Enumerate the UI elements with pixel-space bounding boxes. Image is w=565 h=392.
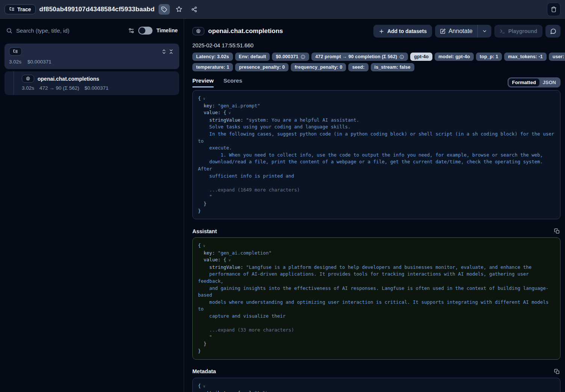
trace-duration: 3.02s	[9, 59, 21, 65]
temperature-badge: temperature: 1	[192, 63, 233, 71]
page-title: openai.chat.completions	[208, 27, 283, 35]
top-bar: Trace df850ab499107d4348584cf5933baabd	[0, 0, 565, 19]
comment-bubble-icon	[550, 28, 556, 35]
add-to-datasets-button[interactable]: Add to datasets	[373, 25, 432, 38]
trace-tree-root[interactable]: 3.02s $0.000371	[5, 44, 179, 69]
max-tokens-badge: max_tokens: -1	[504, 53, 546, 61]
metrics-badges: Latency: 3.02s Env: default $0.000371 47…	[192, 53, 565, 71]
model-param-badge: model: gpt-4o	[435, 53, 474, 61]
search-icon	[6, 27, 12, 34]
json-viewer-metadata: { ∨ attributes: {...} 21 Items resourceA…	[192, 378, 560, 392]
observation-title: openai.chat.completions	[38, 76, 99, 82]
share-icon	[191, 6, 197, 12]
expand-link[interactable]: ...expand (33 more characters)	[198, 327, 294, 333]
info-icon	[399, 54, 404, 59]
openai-icon	[196, 29, 201, 34]
annotate-label: Annotate	[449, 28, 473, 35]
tab-preview[interactable]: Preview	[192, 77, 214, 87]
copy-icon	[554, 369, 560, 374]
list-tree-icon	[13, 49, 18, 54]
presence-penalty-badge: presence_penalty: 0	[235, 63, 289, 71]
comments-button[interactable]	[545, 25, 560, 38]
chevrons-up-down-icon	[161, 49, 167, 54]
assistant-section-header: Assistant	[192, 228, 560, 235]
copy-icon	[554, 228, 560, 234]
trace-id: df850ab499107d4348584cf5933baabd	[39, 6, 155, 13]
timeline-label: Timeline	[156, 27, 178, 33]
list-tree-icon	[9, 6, 15, 12]
filter-settings-button[interactable]	[128, 27, 134, 34]
observation-tokens: 472 → 90 (Σ 562)	[39, 85, 79, 91]
openai-icon	[26, 76, 30, 81]
toggle-knob	[139, 27, 145, 34]
plus-icon	[379, 29, 384, 34]
trace-card-top	[9, 47, 175, 56]
chevron-down-icon	[482, 29, 487, 34]
seed-badge: seed:	[348, 63, 368, 71]
trace-metrics: 3.02s $0.000371	[9, 59, 175, 65]
header-actions: Add to datasets Annotate	[373, 25, 560, 38]
star-button[interactable]	[174, 4, 185, 15]
playground-button[interactable]: Playground	[494, 25, 542, 38]
observation-duration: 3.02s	[22, 85, 34, 91]
expand-link[interactable]: ...expand (1649 more characters)	[198, 187, 300, 193]
timeline-toggle[interactable]	[138, 27, 153, 35]
star-icon	[176, 6, 182, 12]
latency-badge: Latency: 3.02s	[192, 53, 233, 61]
tag-button[interactable]	[159, 4, 170, 15]
user-badge: user:	[549, 53, 565, 61]
annotate-dropdown-button[interactable]	[478, 25, 491, 38]
add-to-datasets-label: Add to datasets	[387, 28, 427, 34]
observation-detail-panel: openai.chat.completions Add to datasets …	[184, 19, 565, 392]
collapse-all-button[interactable]	[168, 48, 175, 55]
observation-timestamp: 2025-02-04 17:55:51.660	[192, 42, 560, 48]
top-p-badge: top_p: 1	[476, 53, 502, 61]
trace-type-badge: Trace	[5, 5, 36, 14]
terminal-icon	[500, 29, 505, 34]
observation-row-top: openai.chat.completions	[22, 75, 175, 83]
tree-item-observation[interactable]: openai.chat.completions 3.02s 472 → 90 (…	[5, 71, 179, 95]
json-option[interactable]: JSON	[539, 78, 559, 86]
metadata-section-title: Metadata	[192, 368, 216, 374]
assistant-section-title: Assistant	[192, 228, 217, 234]
annotate-button[interactable]: Annotate	[435, 25, 477, 38]
trace-cost: $0.000371	[27, 59, 51, 65]
share-button[interactable]	[189, 4, 200, 15]
annotate-button-group: Annotate	[435, 25, 491, 38]
json-viewer-prompt: { ∨ key: "gen_ai.prompt" value: { ∨ stri…	[192, 90, 560, 219]
chevrons-down-up-icon	[168, 49, 174, 54]
tab-scores[interactable]: Scores	[224, 77, 242, 87]
copy-metadata-button[interactable]	[553, 368, 560, 375]
metadata-section-header: Metadata	[192, 368, 560, 375]
view-mode-toggle: Formatted JSON	[508, 77, 560, 87]
is-stream-badge: is_stream: false	[371, 63, 414, 71]
playground-label: Playground	[508, 28, 537, 34]
tabs-row: Preview Scores Formatted JSON	[192, 77, 560, 87]
frequency-penalty-badge: frequency_penalty: 0	[291, 63, 346, 71]
env-badge: Env: default	[235, 53, 270, 61]
tag-icon	[161, 6, 167, 12]
trash-icon	[551, 6, 557, 12]
active-tab-indicator	[192, 86, 214, 87]
observation-cost: $0.000371	[85, 85, 109, 91]
generation-badge	[192, 27, 204, 35]
search-input[interactable]	[16, 27, 124, 34]
info-icon	[301, 54, 305, 59]
formatted-option[interactable]: Formatted	[509, 78, 539, 86]
expand-all-button[interactable]	[160, 48, 168, 55]
json-viewer-completion: { ∨ key: "gen_ai.completion" value: { ∨ …	[192, 237, 560, 360]
generation-node-badge	[22, 75, 34, 83]
delete-trace-button[interactable]	[547, 3, 560, 16]
tokens-badge[interactable]: 472 prompt → 90 completion (Σ 562)	[311, 53, 408, 61]
observation-metrics: 3.02s 472 → 90 (Σ 562) $0.000371	[22, 85, 175, 91]
tree-guide-line	[14, 71, 14, 95]
trace-tree-sidebar: Timeline	[0, 19, 184, 392]
trace-node-badge	[9, 47, 22, 56]
search-row: Timeline	[5, 24, 179, 37]
model-link-badge[interactable]: gpt-4o	[410, 53, 432, 61]
observation-header: openai.chat.completions Add to datasets …	[192, 25, 560, 38]
sliders-icon	[128, 27, 134, 34]
cost-badge[interactable]: $0.000371	[272, 53, 309, 61]
copy-assistant-button[interactable]	[553, 228, 560, 235]
trace-type-label: Trace	[17, 6, 31, 12]
